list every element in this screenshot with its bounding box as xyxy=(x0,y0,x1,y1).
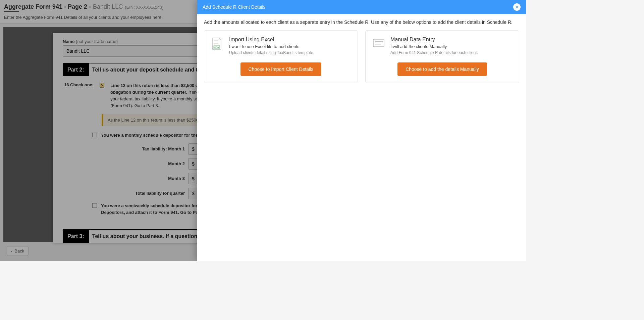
modal-title: Add Schedule R Client Details xyxy=(203,4,266,10)
modal-panel: Add Schedule R Client Details ✕ Add the … xyxy=(197,0,526,261)
svg-text:XLSX: XLSX xyxy=(214,46,219,48)
close-button[interactable]: ✕ xyxy=(513,3,521,11)
import-sub2: Upload clients detail using TaxBandits t… xyxy=(229,50,314,55)
import-button[interactable]: Choose to Import Client Details xyxy=(240,62,322,76)
manual-button[interactable]: Choose to add the details Manually xyxy=(397,62,487,76)
form-icon xyxy=(372,37,386,51)
option-card-manual: Manual Data Entry I will add the clients… xyxy=(365,30,519,83)
close-icon: ✕ xyxy=(515,4,519,10)
import-sub1: I want to use Excel file to add clients xyxy=(229,44,314,49)
manual-sub1: I will add the clients Manually xyxy=(390,44,478,49)
option-card-import: XLSX Import Using Excel I want to use Ex… xyxy=(204,30,358,83)
modal-instructions: Add the amounts allocated to each client… xyxy=(204,19,519,25)
excel-icon: XLSX xyxy=(210,37,224,51)
manual-title: Manual Data Entry xyxy=(390,37,478,43)
import-title: Import Using Excel xyxy=(229,37,314,43)
modal-header: Add Schedule R Client Details ✕ xyxy=(197,0,526,14)
manual-sub2: Add Form 941 Schedule R details for each… xyxy=(390,50,478,55)
